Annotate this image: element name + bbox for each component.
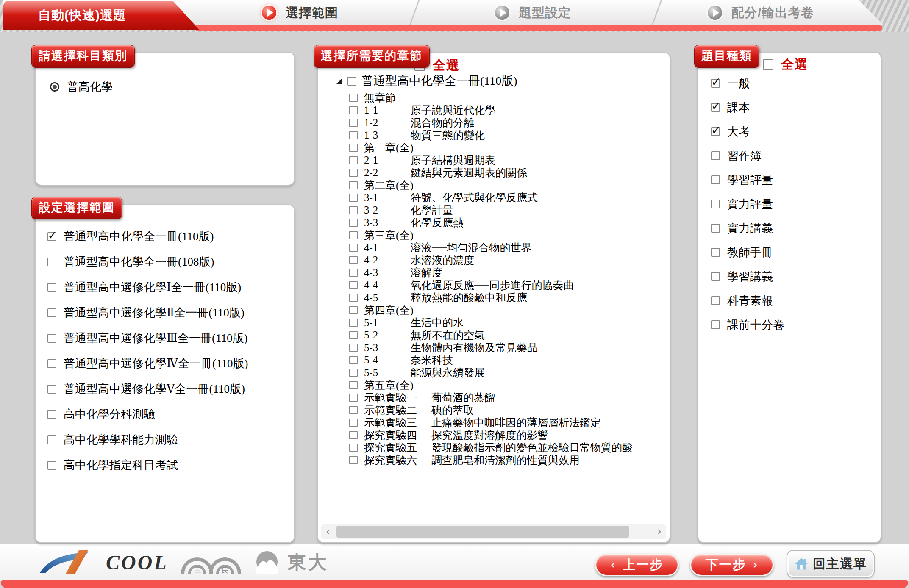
checkbox-icon[interactable] bbox=[349, 319, 358, 327]
checkbox-icon[interactable] bbox=[349, 156, 358, 164]
qtype-item-row[interactable]: 課本 bbox=[711, 95, 877, 119]
chapter-row[interactable]: 3-3 化學反應熱 bbox=[349, 216, 668, 229]
qtype-item-row[interactable]: 實力講義 bbox=[711, 216, 877, 240]
checkbox-icon[interactable] bbox=[711, 175, 720, 184]
chapter-row[interactable]: 第二章(全) bbox=[349, 179, 668, 192]
chapter-row[interactable]: 5-2 無所不在的空氣 bbox=[349, 329, 668, 342]
tab-question-type-settings[interactable]: 題型設定 bbox=[495, 0, 571, 25]
checkbox-icon[interactable] bbox=[711, 296, 720, 305]
checkbox-icon[interactable] bbox=[349, 269, 358, 277]
checkbox-icon[interactable] bbox=[349, 331, 358, 339]
chapter-row[interactable]: 4-2 水溶液的濃度 bbox=[349, 254, 668, 267]
checkbox-icon[interactable] bbox=[349, 456, 358, 464]
range-item-row[interactable]: 普通型高中化學全一冊(110版) bbox=[47, 224, 291, 249]
checkbox-icon[interactable] bbox=[349, 219, 358, 227]
checkbox-icon[interactable] bbox=[349, 206, 358, 214]
checkbox-icon[interactable] bbox=[711, 320, 720, 329]
checkbox-icon[interactable] bbox=[47, 308, 56, 317]
next-step-button[interactable]: 下一步 › bbox=[690, 553, 774, 576]
checkbox-icon[interactable] bbox=[349, 181, 358, 189]
subject-radio-option[interactable]: 普高化學 bbox=[50, 77, 113, 97]
range-item-row[interactable]: 高中化學分科測驗 bbox=[47, 402, 291, 427]
checkbox-icon[interactable] bbox=[349, 306, 358, 314]
chapter-row[interactable]: 4-5 釋放熱能的酸鹼中和反應 bbox=[349, 291, 668, 304]
chapter-row[interactable]: 第三章(全) bbox=[349, 229, 668, 242]
checkbox-icon[interactable] bbox=[349, 119, 358, 127]
chapter-row[interactable]: 探究實驗六 調查肥皂和清潔劑的性質與效用 bbox=[349, 454, 668, 467]
tree-expand-icon[interactable] bbox=[336, 78, 342, 84]
home-menu-button[interactable]: 回主選單 bbox=[787, 551, 874, 577]
checkbox-icon[interactable] bbox=[47, 385, 56, 394]
checkbox-icon[interactable] bbox=[47, 410, 56, 419]
checkbox-icon[interactable] bbox=[47, 283, 56, 292]
checkbox-icon[interactable] bbox=[47, 359, 56, 368]
qtype-item-row[interactable]: 學習評量 bbox=[711, 168, 877, 192]
qtype-item-row[interactable]: 科青素報 bbox=[711, 288, 877, 313]
chapter-row[interactable]: 3-1 符號、化學式與化學反應式 bbox=[349, 191, 668, 204]
checkbox-icon[interactable] bbox=[47, 461, 56, 470]
range-item-row[interactable]: 普通型高中選修化學Ⅲ全一冊(110版) bbox=[47, 325, 291, 351]
chapter-row[interactable]: 第四章(全) bbox=[349, 304, 668, 317]
range-item-row[interactable]: 高中化學學科能力測驗 bbox=[47, 427, 291, 452]
checkbox-icon[interactable] bbox=[349, 344, 358, 352]
chapter-row[interactable]: 示範實驗三 止痛藥物中咖啡因的薄層層析法鑑定 bbox=[349, 416, 668, 429]
chapter-row[interactable]: 4-4 氧化還原反應──同步進行的協奏曲 bbox=[349, 279, 668, 292]
checkbox-icon[interactable] bbox=[47, 435, 56, 444]
range-item-row[interactable]: 普通型高中選修化學Ⅳ全一冊(110版) bbox=[47, 351, 291, 376]
chapter-tree-root[interactable]: 普通型高中化學全一冊(110版) bbox=[336, 73, 517, 89]
checkbox-icon[interactable] bbox=[349, 381, 358, 389]
chapter-row[interactable]: 5-4 奈米科技 bbox=[349, 354, 668, 367]
checkbox-icon[interactable] bbox=[349, 94, 358, 102]
scroll-right-arrow[interactable]: › bbox=[653, 524, 665, 539]
range-item-row[interactable]: 普通型高中選修化學Ⅰ全一冊(110版) bbox=[47, 275, 291, 300]
range-item-row[interactable]: 普通型高中選修化學Ⅱ全一冊(110版) bbox=[47, 300, 291, 325]
chapter-row[interactable]: 第一章(全) bbox=[349, 141, 668, 154]
chapter-row[interactable]: 3-2 化學計量 bbox=[349, 204, 668, 217]
qtype-select-all[interactable]: 全選 bbox=[763, 56, 808, 73]
checkbox-icon[interactable] bbox=[349, 406, 358, 414]
chapter-row[interactable]: 探究實驗五 發現酸鹼指示劑的變色並檢驗日常物質的酸 bbox=[349, 441, 668, 454]
chapter-row[interactable]: 4-3 溶解度 bbox=[349, 266, 668, 279]
previous-step-button[interactable]: ‹ 上一步 bbox=[595, 553, 679, 576]
checkbox-icon[interactable] bbox=[711, 248, 720, 257]
checkbox-icon[interactable] bbox=[349, 231, 358, 239]
chapter-row[interactable]: 示範實驗一 葡萄酒的蒸餾 bbox=[349, 391, 668, 404]
qtype-item-row[interactable]: 大考 bbox=[711, 119, 877, 144]
range-item-row[interactable]: 高中化學指定科目考試 bbox=[47, 452, 291, 478]
chapter-row[interactable]: 示範實驗二 碘的萃取 bbox=[349, 404, 668, 417]
chapter-row[interactable]: 2-1 原子結構與週期表 bbox=[349, 154, 668, 167]
qtype-item-row[interactable]: 一般 bbox=[711, 71, 877, 95]
radio-icon[interactable] bbox=[50, 82, 59, 92]
qtype-item-row[interactable]: 實力評量 bbox=[711, 192, 877, 216]
checkbox-icon[interactable] bbox=[349, 294, 358, 302]
chapter-row[interactable]: 探究實驗四 探究溫度對溶解度的影響 bbox=[349, 429, 668, 442]
scroll-left-arrow[interactable]: ‹ bbox=[322, 524, 334, 539]
checkbox-icon[interactable] bbox=[711, 151, 720, 160]
chapter-row[interactable]: 5-5 能源與永續發展 bbox=[349, 366, 668, 379]
checkbox-icon[interactable] bbox=[349, 144, 358, 152]
qtype-item-row[interactable]: 教師手冊 bbox=[711, 240, 877, 264]
chapter-row[interactable]: 5-1 生活中的水 bbox=[349, 316, 668, 329]
qtype-item-row[interactable]: 習作簿 bbox=[711, 144, 877, 168]
checkbox-icon[interactable] bbox=[47, 258, 56, 266]
checkbox-icon[interactable] bbox=[349, 169, 358, 177]
checkbox-icon[interactable] bbox=[763, 59, 773, 70]
checkbox-icon[interactable] bbox=[711, 127, 720, 136]
checkbox-icon[interactable] bbox=[349, 194, 358, 202]
checkbox-icon[interactable] bbox=[349, 356, 358, 364]
qtype-item-row[interactable]: 課前十分卷 bbox=[711, 313, 877, 337]
checkbox-icon[interactable] bbox=[711, 200, 720, 208]
range-item-row[interactable]: 普通型高中化學全一冊(108版) bbox=[47, 249, 291, 275]
checkbox-icon[interactable] bbox=[349, 131, 358, 139]
scroll-thumb[interactable] bbox=[336, 526, 629, 538]
tab-auto-quick-select[interactable]: 自動(快速)選題 bbox=[3, 1, 199, 30]
chapter-row[interactable]: 4-1 溶液──均勻混合物的世界 bbox=[349, 241, 668, 254]
checkbox-icon[interactable] bbox=[349, 431, 358, 439]
chapter-row[interactable]: 1-2 混合物的分離 bbox=[349, 116, 668, 129]
range-item-row[interactable]: 普通型高中選修化學Ⅴ全一冊(110版) bbox=[47, 376, 291, 402]
tab-score-output[interactable]: 配分/輸出考卷 bbox=[708, 0, 814, 25]
chapter-row[interactable]: 無章節 bbox=[349, 92, 668, 104]
checkbox-icon[interactable] bbox=[349, 244, 358, 252]
checkbox-icon[interactable] bbox=[349, 394, 358, 402]
chapter-row[interactable]: 第五章(全) bbox=[349, 379, 668, 392]
